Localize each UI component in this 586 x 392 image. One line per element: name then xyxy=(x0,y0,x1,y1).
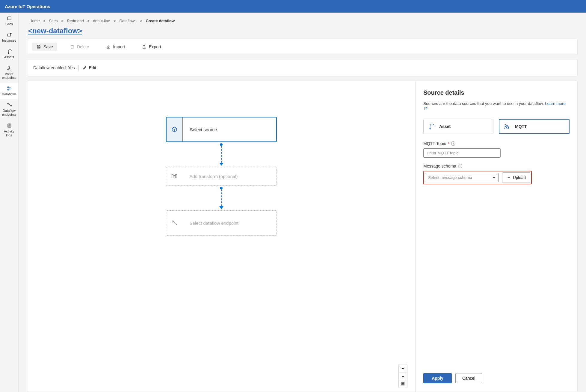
destination-node-label: Select dataflow endpoint xyxy=(182,221,238,226)
svg-rect-13 xyxy=(172,174,173,178)
mqtt-choice-label: MQTT xyxy=(515,124,527,129)
zoom-control: + − xyxy=(398,364,407,388)
sidebar-item-dataflow-endpoints[interactable]: Dataflow endpoints xyxy=(0,99,18,120)
svg-rect-14 xyxy=(176,174,177,178)
transform-icon xyxy=(166,167,182,185)
edit-status-button[interactable]: Edit xyxy=(82,65,96,70)
source-choice-asset[interactable]: Asset xyxy=(423,119,493,134)
transform-node[interactable]: Add transform (optional) xyxy=(166,167,277,186)
svg-rect-18 xyxy=(402,383,404,385)
breadcrumb-current: Create dataflow xyxy=(146,19,175,23)
breadcrumb-separator: > xyxy=(140,19,142,23)
mqtt-topic-input[interactable] xyxy=(423,148,501,158)
save-button[interactable]: Save xyxy=(32,43,57,51)
detail-pane: Source details Sources are the data sour… xyxy=(416,81,577,392)
dataflow-endpoints-icon xyxy=(7,102,12,108)
export-label: Export xyxy=(149,44,161,49)
message-schema-label: Message schema i xyxy=(423,164,570,168)
sidebar-item-sites[interactable]: Sites xyxy=(0,13,18,29)
sidebar-item-label: Asset endpoints xyxy=(1,72,17,80)
canvas[interactable]: Select source Add transform (optional) xyxy=(27,81,416,392)
delete-button[interactable]: Delete xyxy=(66,43,93,51)
sidebar-item-label: Dataflows xyxy=(2,92,16,96)
assets-icon xyxy=(7,49,12,54)
sidebar: Sites Instances Assets Asset endpoints D… xyxy=(0,13,19,392)
transform-node-label: Add transform (optional) xyxy=(182,174,238,179)
svg-point-8 xyxy=(10,88,11,89)
svg-point-4 xyxy=(9,66,10,67)
breadcrumb-separator: > xyxy=(61,19,64,23)
dataflows-icon xyxy=(7,86,12,91)
required-indicator: * xyxy=(448,141,449,146)
instances-icon xyxy=(7,32,12,37)
svg-point-7 xyxy=(7,87,9,88)
sidebar-item-label: Dataflow endpoints xyxy=(1,109,17,117)
sidebar-item-dataflows[interactable]: Dataflows xyxy=(0,83,18,99)
sidebar-item-assets[interactable]: Assets xyxy=(0,46,18,62)
sidebar-item-label: Sites xyxy=(5,22,13,26)
export-button[interactable]: Export xyxy=(138,43,165,51)
sidebar-item-label: Activity logs xyxy=(1,129,17,137)
message-schema-select[interactable]: Select message schema xyxy=(425,173,499,182)
svg-rect-1 xyxy=(7,34,10,36)
zoom-in-button[interactable]: + xyxy=(399,364,407,372)
breadcrumb-item[interactable]: Home xyxy=(29,19,40,23)
breadcrumb-item[interactable]: Sites xyxy=(49,19,58,23)
breadcrumb-item[interactable]: donut-line xyxy=(93,19,110,23)
activity-logs-icon xyxy=(7,123,12,128)
sites-icon xyxy=(7,16,12,21)
breadcrumb-separator: > xyxy=(87,19,90,23)
mqtt-topic-label: MQTT Topic * i xyxy=(423,141,570,146)
page-title[interactable]: <new-dataflow> xyxy=(28,27,82,35)
svg-point-5 xyxy=(7,69,9,70)
import-icon xyxy=(106,44,111,49)
breadcrumb-separator: > xyxy=(114,19,116,23)
svg-point-9 xyxy=(7,89,9,90)
sidebar-item-label: Assets xyxy=(4,55,14,59)
info-icon[interactable]: i xyxy=(458,164,462,168)
svg-point-2 xyxy=(10,33,11,34)
sidebar-item-instances[interactable]: Instances xyxy=(0,29,18,46)
sidebar-item-activity-logs[interactable]: Activity logs xyxy=(0,120,18,140)
edit-icon xyxy=(82,65,87,70)
breadcrumb-item[interactable]: Redmond xyxy=(67,19,84,23)
breadcrumb-item[interactable]: Dataflows xyxy=(119,19,136,23)
edit-label: Edit xyxy=(89,65,96,70)
delete-label: Delete xyxy=(77,44,89,49)
svg-point-10 xyxy=(7,103,9,104)
apply-button[interactable]: Apply xyxy=(423,373,452,383)
destination-node[interactable]: Select dataflow endpoint xyxy=(166,210,277,236)
asset-choice-label: Asset xyxy=(439,124,451,129)
dataflow-enabled-status: Dataflow enabled: Yes xyxy=(33,65,75,70)
detail-title: Source details xyxy=(423,89,570,96)
upload-label: Upload xyxy=(513,175,526,180)
svg-rect-0 xyxy=(7,17,11,20)
external-link-icon xyxy=(424,107,428,112)
breadcrumb: Home > Sites > Redmond > donut-line > Da… xyxy=(19,13,586,27)
plus-icon: ＋ xyxy=(507,175,511,180)
message-schema-row: Select message schema ＋ Upload xyxy=(423,171,532,184)
import-button[interactable]: Import xyxy=(102,43,129,51)
source-node[interactable]: Select source xyxy=(166,117,277,142)
toolbar: Save Delete Import xyxy=(27,39,577,55)
zoom-fit-button[interactable] xyxy=(399,380,407,388)
status-bar: Dataflow enabled: Yes Edit xyxy=(27,59,577,76)
cancel-button[interactable]: Cancel xyxy=(455,373,482,383)
svg-point-6 xyxy=(10,69,11,70)
import-label: Import xyxy=(113,44,125,49)
info-icon[interactable]: i xyxy=(451,141,455,146)
save-label: Save xyxy=(43,44,53,49)
delete-icon xyxy=(70,44,75,49)
save-icon xyxy=(36,44,41,49)
breadcrumb-separator: > xyxy=(43,19,46,23)
app-title: Azure IoT Operations xyxy=(5,4,50,9)
source-choice-mqtt[interactable]: MQTT xyxy=(499,119,570,134)
asset-endpoints-icon xyxy=(7,65,12,71)
zoom-out-button[interactable]: − xyxy=(399,372,407,380)
separator xyxy=(78,65,79,71)
detail-description: Sources are the data sources that you wa… xyxy=(423,101,570,112)
sidebar-item-asset-endpoints[interactable]: Asset endpoints xyxy=(0,62,18,83)
mqtt-icon xyxy=(504,123,510,130)
endpoint-icon xyxy=(166,211,182,235)
upload-button[interactable]: ＋ Upload xyxy=(502,172,530,183)
